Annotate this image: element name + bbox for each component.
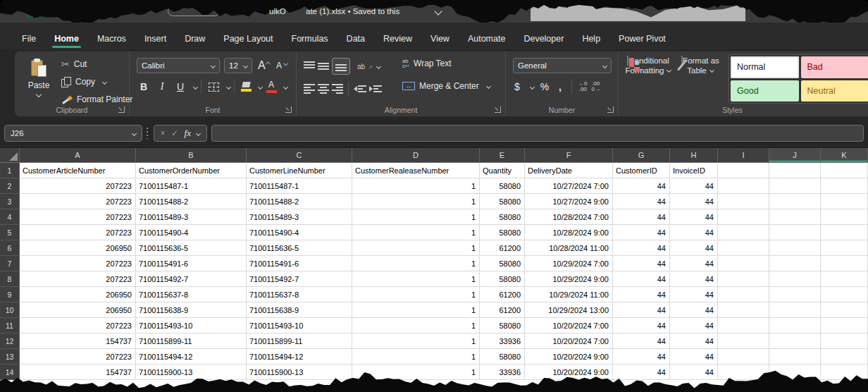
- cell-F3[interactable]: 10/27/2024 9:00: [525, 194, 613, 209]
- align-left-button[interactable]: [304, 84, 315, 94]
- cell-B4[interactable]: 7100115489-3: [136, 209, 247, 225]
- cell-A13[interactable]: 207223: [20, 349, 136, 365]
- cell-A9[interactable]: 206950: [20, 287, 136, 302]
- cell-G4[interactable]: 44: [613, 209, 670, 225]
- style-chip-good[interactable]: Good: [731, 80, 799, 102]
- cell-G1[interactable]: CustomerID: [613, 163, 670, 178]
- cell-J14[interactable]: [769, 365, 821, 380]
- cell-F5[interactable]: 10/28/2024 9:00: [525, 225, 613, 240]
- cell-I11[interactable]: [718, 318, 769, 333]
- cell-F9[interactable]: 10/29/2024 11:00: [525, 287, 613, 302]
- tab-file[interactable]: File: [13, 28, 45, 49]
- currency-format-button[interactable]: $: [512, 78, 523, 95]
- align-center-button[interactable]: [318, 84, 329, 94]
- tab-draw[interactable]: Draw: [175, 28, 214, 49]
- align-right-button[interactable]: [332, 84, 343, 94]
- cell-A3[interactable]: 207223: [20, 194, 136, 209]
- chevron-down-icon[interactable]: [196, 130, 201, 135]
- tab-developer[interactable]: Developer: [514, 28, 573, 49]
- chevron-down-icon[interactable]: [226, 84, 231, 89]
- cell-I8[interactable]: [718, 271, 769, 287]
- style-chip-bad[interactable]: Bad: [801, 56, 868, 78]
- column-header-H[interactable]: H: [670, 148, 718, 162]
- cell-K10[interactable]: [821, 302, 868, 318]
- column-header-B[interactable]: B: [136, 148, 247, 162]
- cell-I14[interactable]: [718, 365, 769, 380]
- cell-H11[interactable]: 44: [670, 318, 718, 333]
- cell-K11[interactable]: [821, 318, 868, 333]
- cell-D2[interactable]: 1: [352, 178, 480, 194]
- cell-D6[interactable]: 1: [352, 240, 480, 256]
- cell-B5[interactable]: 7100115490-4: [136, 225, 247, 240]
- cell-B6[interactable]: 7100115636-5: [136, 240, 247, 256]
- decrease-decimal-button[interactable]: .00 0→: [591, 81, 600, 92]
- cell-I7[interactable]: [718, 256, 769, 271]
- cell-C3[interactable]: 7100115488-2: [247, 194, 352, 209]
- cell-H2[interactable]: 44: [670, 178, 718, 194]
- cell-C12[interactable]: 7100115899-11: [247, 333, 352, 349]
- cell-G3[interactable]: 44: [613, 194, 670, 209]
- cell-D9[interactable]: 1: [352, 287, 480, 302]
- cell-H1[interactable]: InvoiceID: [670, 163, 718, 178]
- column-header-E[interactable]: E: [480, 148, 525, 162]
- cell-E9[interactable]: 61200: [480, 287, 525, 302]
- cell-J10[interactable]: [769, 302, 821, 318]
- dialog-launcher-icon[interactable]: [495, 106, 501, 113]
- italic-button[interactable]: I: [154, 78, 170, 95]
- cell-D5[interactable]: 1: [352, 225, 480, 240]
- cell-A8[interactable]: 207223: [20, 271, 136, 287]
- cell-G9[interactable]: 44: [613, 287, 670, 302]
- cell-F4[interactable]: 10/28/2024 7:00: [525, 209, 613, 225]
- cell-D8[interactable]: 1: [352, 271, 480, 287]
- cell-B1[interactable]: CustomerOrderNumber: [136, 163, 247, 178]
- cell-K5[interactable]: [821, 225, 868, 240]
- row-header-2[interactable]: 2: [0, 178, 20, 194]
- underline-button[interactable]: U: [172, 78, 189, 95]
- tab-insert[interactable]: Insert: [135, 28, 175, 49]
- cell-H12[interactable]: 44: [670, 333, 718, 349]
- cell-I4[interactable]: [718, 209, 769, 225]
- enter-icon[interactable]: ✓: [171, 128, 178, 138]
- decrease-font-button[interactable]: A: [276, 58, 286, 73]
- row-header-13[interactable]: 13: [0, 349, 20, 365]
- cell-J5[interactable]: [769, 225, 821, 240]
- cell-C9[interactable]: 7100115637-8: [247, 287, 352, 302]
- row-header-12[interactable]: 12: [0, 333, 20, 349]
- cell-D12[interactable]: 1: [352, 333, 480, 349]
- cell-D14[interactable]: 1: [352, 365, 480, 380]
- cell-I2[interactable]: [718, 178, 769, 194]
- cell-H8[interactable]: 44: [670, 271, 718, 287]
- cell-D10[interactable]: 1: [352, 302, 480, 318]
- tab-view[interactable]: View: [421, 28, 459, 49]
- cell-H14[interactable]: 44: [670, 365, 718, 380]
- dialog-launcher-icon[interactable]: [285, 106, 292, 113]
- cell-C13[interactable]: 7100115494-12: [247, 349, 352, 365]
- comma-format-button[interactable]: ,: [555, 78, 565, 95]
- cell-K9[interactable]: [821, 287, 868, 302]
- cell-E2[interactable]: 58080: [480, 178, 525, 194]
- cell-E3[interactable]: 58080: [480, 194, 525, 209]
- cell-E6[interactable]: 61200: [480, 240, 525, 256]
- cell-H9[interactable]: 44: [670, 287, 718, 302]
- font-name-combo[interactable]: Calibri: [137, 58, 220, 73]
- cell-F7[interactable]: 10/29/2024 7:00: [525, 256, 613, 271]
- cell-I1[interactable]: [718, 163, 769, 178]
- cell-C6[interactable]: 7100115636-5: [247, 240, 352, 256]
- tab-home[interactable]: Home: [45, 28, 88, 49]
- cell-K12[interactable]: [821, 333, 868, 349]
- cell-J4[interactable]: [769, 209, 821, 225]
- format-as-table-button[interactable]: Format as Table: [675, 56, 726, 75]
- cell-C7[interactable]: 7100115491-6: [247, 256, 352, 271]
- cell-K14[interactable]: [821, 365, 868, 380]
- cell-F2[interactable]: 10/27/2024 7:00: [525, 178, 613, 194]
- cell-B2[interactable]: 7100115487-1: [136, 178, 247, 194]
- cell-J9[interactable]: [769, 287, 821, 302]
- cell-D4[interactable]: 1: [352, 209, 480, 225]
- cell-I6[interactable]: [718, 240, 769, 256]
- chevron-down-icon[interactable]: [530, 84, 535, 89]
- cell-B8[interactable]: 7100115492-7: [136, 271, 247, 287]
- row-header-3[interactable]: 3: [0, 194, 20, 209]
- font-size-combo[interactable]: 12: [224, 58, 252, 73]
- row-header-1[interactable]: 1: [0, 163, 20, 178]
- bottom-align-button[interactable]: [332, 58, 350, 75]
